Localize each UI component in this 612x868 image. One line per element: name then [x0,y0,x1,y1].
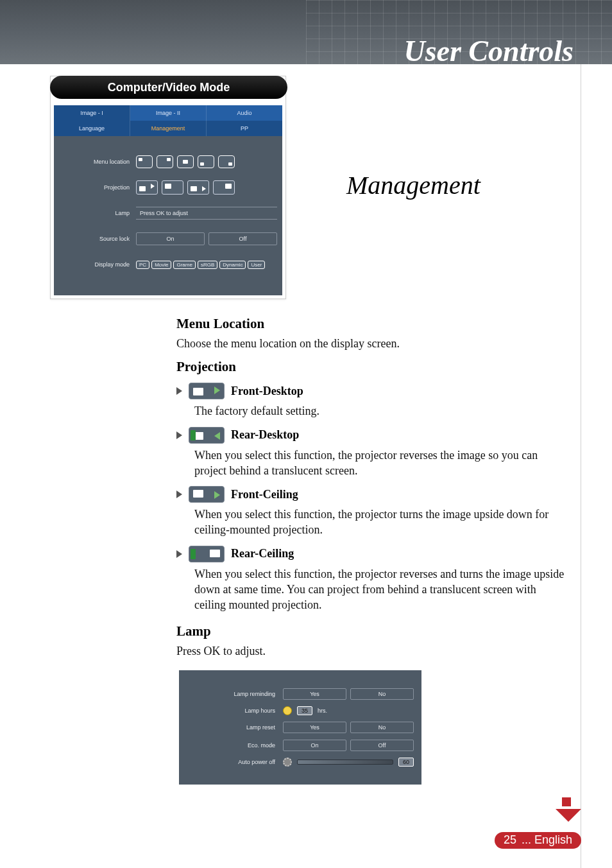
label-source-lock: Source lock [59,236,136,242]
rear-ceiling-text: When you select this function, the proje… [194,566,568,613]
bullet-triangle-icon [176,431,182,439]
label-auto-power-off: Auto power off [187,759,283,765]
rear-desktop-text: When you select this function, the proje… [194,447,568,479]
display-mode-pc[interactable]: PC [136,261,149,269]
label-lamp-reset: Lamp reset [187,724,283,731]
lamp-osd-panel: Lamp reminding Yes No Lamp hours 35 hrs.… [179,670,421,785]
lamp-hours-value: 35 [297,706,312,715]
page-divider [581,64,581,868]
row-display-mode: Display mode PC Movie Grame sRGB Dynamic… [59,256,277,273]
menu-location-bottom-left[interactable] [198,155,214,168]
bullet-rear-ceiling: Rear-Ceiling [176,546,568,562]
row-projection: Projection [59,178,277,196]
rear-desktop-icon [189,427,225,444]
bullet-rear-desktop: Rear-Desktop [176,427,568,444]
front-desktop-name: Front-Desktop [231,385,303,398]
eco-mode-off[interactable]: Off [350,740,414,751]
source-lock-off[interactable]: Off [208,232,277,245]
front-desktop-icon [189,383,225,399]
source-lock-on[interactable]: On [136,232,205,245]
row-lamp: Lamp Press OK to adjust [59,204,277,222]
bullet-triangle-icon [176,550,182,558]
heading-lamp: Lamp [176,623,568,639]
lamp-reminding-no[interactable]: No [350,688,414,700]
row-lamp-hours: Lamp hours 35 hrs. [187,706,414,715]
menu-location-bottom-right[interactable] [218,155,235,168]
auto-power-off-slider[interactable] [297,759,393,765]
osd-mode-title: Computer/Video Mode [50,76,287,99]
auto-power-off-value: 60 [398,758,414,767]
tab-language[interactable]: Language [54,121,130,136]
display-mode-user[interactable]: User [248,261,265,269]
row-eco-mode: Eco. mode On Off [187,740,414,751]
row-source-lock: Source lock On Off [59,230,277,248]
menu-location-top-left[interactable] [136,155,153,168]
menu-location-center[interactable] [177,155,194,168]
label-eco-mode: Eco. mode [187,742,283,749]
display-mode-dynamic[interactable]: Dynamic [219,261,246,269]
display-mode-grame[interactable]: Grame [173,261,195,269]
bullet-front-desktop: Front-Desktop [176,383,568,399]
label-display-mode: Display mode [59,261,136,268]
front-ceiling-text: When you select this function, the proje… [194,507,568,538]
header-banner: User Controls [0,0,612,64]
bullet-triangle-icon [176,387,182,395]
projection-front-ceiling-icon[interactable] [162,180,183,195]
page-language: ... English [522,833,572,847]
bulb-icon [283,706,292,715]
page-number-pill: 25 ... English [495,832,581,849]
rear-ceiling-name: Rear-Ceiling [231,547,294,560]
page-number: 25 [504,833,516,847]
osd-body: Menu location Projection [54,136,282,295]
rear-ceiling-icon [189,546,225,562]
tab-management[interactable]: Management [130,121,207,136]
tab-image-2[interactable]: Image - II [130,105,207,121]
bullet-triangle-icon [176,490,182,498]
front-ceiling-icon [189,486,225,503]
tab-image-1[interactable]: Image - I [54,105,130,121]
page-arrow-icon [556,797,581,826]
menu-location-top-right[interactable] [157,155,173,168]
text-menu-location: Choose the menu location on the display … [176,336,568,351]
body-content: Menu Location Choose the menu location o… [176,308,568,659]
projection-front-desktop-icon[interactable] [136,180,158,195]
text-lamp: Press OK to adjust. [176,643,568,659]
bullet-front-ceiling: Front-Ceiling [176,486,568,503]
row-auto-power-off: Auto power off 60 [187,758,414,767]
osd-tabs-row-1: Image - I Image - II Audio [54,105,282,121]
header-title: User Controls [404,34,574,68]
section-title: Management [346,170,480,200]
osd-tabs-row-2: Language Management PP [54,121,282,136]
osd-panel: Computer/Video Mode Image - I Image - II… [50,76,286,299]
heading-menu-location: Menu Location [176,316,568,332]
front-ceiling-name: Front-Ceiling [231,488,298,501]
label-projection: Projection [59,184,136,191]
tab-audio[interactable]: Audio [207,105,282,121]
rear-desktop-name: Rear-Desktop [231,428,299,442]
lamp-reset-yes[interactable]: Yes [283,722,346,733]
projection-rear-ceiling-icon[interactable] [213,180,235,195]
label-menu-location: Menu location [59,159,136,165]
eco-mode-on[interactable]: On [283,740,346,751]
gear-icon [283,758,292,767]
lamp-hours-unit: hrs. [318,707,327,714]
label-lamp-reminding: Lamp reminding [187,691,283,697]
row-lamp-reminding: Lamp reminding Yes No [187,688,414,700]
label-lamp-hours: Lamp hours [187,707,283,714]
row-lamp-reset: Lamp reset Yes No [187,722,414,733]
display-mode-srgb[interactable]: sRGB [198,261,217,269]
label-lamp: Lamp [59,210,136,216]
lamp-reset-no[interactable]: No [350,722,414,733]
front-desktop-text: The factory default setting. [194,403,568,419]
lamp-adjust-button[interactable]: Press OK to adjust [136,207,277,220]
display-mode-movie[interactable]: Movie [151,261,171,269]
row-menu-location: Menu location [59,153,277,171]
projection-rear-desktop-icon[interactable] [187,180,209,195]
lamp-reminding-yes[interactable]: Yes [283,688,346,700]
tab-pp[interactable]: PP [207,121,282,136]
heading-projection: Projection [176,359,568,375]
